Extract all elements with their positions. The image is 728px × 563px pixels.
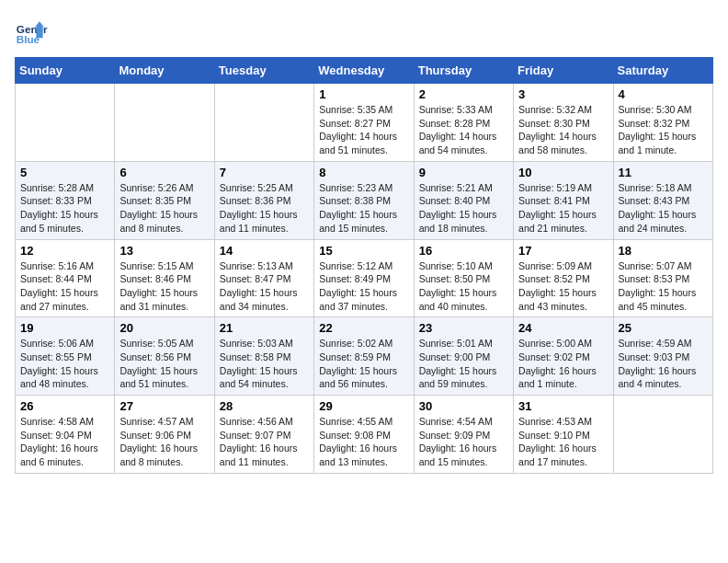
day-cell [115, 84, 214, 162]
day-cell: 4Sunrise: 5:30 AMSunset: 8:32 PMDaylight… [613, 84, 712, 162]
day-number: 19 [20, 321, 109, 335]
weekday-header-row: SundayMondayTuesdayWednesdayThursdayFrid… [16, 58, 713, 84]
day-cell: 1Sunrise: 5:35 AMSunset: 8:27 PMDaylight… [314, 84, 414, 162]
day-info: Sunrise: 4:59 AMSunset: 9:03 PMDaylight:… [619, 337, 708, 391]
day-cell: 8Sunrise: 5:23 AMSunset: 8:38 PMDaylight… [314, 161, 414, 239]
day-cell: 20Sunrise: 5:05 AMSunset: 8:56 PMDayligh… [115, 317, 214, 396]
day-info: Sunrise: 4:56 AMSunset: 9:07 PMDaylight:… [220, 415, 309, 469]
day-number: 9 [419, 166, 508, 179]
day-number: 14 [220, 244, 309, 258]
day-cell: 27Sunrise: 4:57 AMSunset: 9:06 PMDayligh… [115, 396, 214, 474]
day-number: 18 [619, 244, 708, 258]
week-row-2: 5Sunrise: 5:28 AMSunset: 8:33 PMDaylight… [16, 161, 713, 239]
day-number: 30 [419, 399, 508, 413]
day-number: 28 [220, 399, 309, 413]
day-cell: 6Sunrise: 5:26 AMSunset: 8:35 PMDaylight… [115, 161, 214, 239]
day-number: 13 [119, 244, 209, 258]
day-info: Sunrise: 5:33 AMSunset: 8:28 PMDaylight:… [419, 103, 508, 157]
logo: General Blue [15, 15, 48, 48]
day-number: 22 [319, 321, 408, 335]
day-info: Sunrise: 5:28 AMSunset: 8:33 PMDaylight:… [20, 181, 109, 236]
weekday-header-thursday: Thursday [414, 58, 513, 84]
day-info: Sunrise: 5:10 AMSunset: 8:50 PMDaylight:… [419, 259, 508, 314]
day-info: Sunrise: 4:54 AMSunset: 9:09 PMDaylight:… [419, 415, 508, 469]
week-row-1: 1Sunrise: 5:35 AMSunset: 8:27 PMDaylight… [16, 84, 713, 162]
day-info: Sunrise: 5:25 AMSunset: 8:36 PMDaylight:… [220, 181, 309, 236]
day-cell: 14Sunrise: 5:13 AMSunset: 8:47 PMDayligh… [214, 239, 313, 317]
day-info: Sunrise: 5:00 AMSunset: 9:02 PMDaylight:… [518, 337, 608, 391]
day-cell: 16Sunrise: 5:10 AMSunset: 8:50 PMDayligh… [414, 239, 513, 317]
day-info: Sunrise: 5:02 AMSunset: 8:59 PMDaylight:… [319, 337, 408, 391]
day-number: 15 [319, 244, 408, 258]
day-cell [16, 84, 115, 162]
day-number: 1 [319, 87, 408, 101]
day-cell: 26Sunrise: 4:58 AMSunset: 9:04 PMDayligh… [16, 396, 115, 474]
day-number: 24 [518, 321, 608, 335]
day-number: 23 [419, 321, 508, 335]
day-info: Sunrise: 5:05 AMSunset: 8:56 PMDaylight:… [119, 337, 209, 391]
day-number: 11 [619, 166, 708, 179]
day-info: Sunrise: 5:07 AMSunset: 8:53 PMDaylight:… [619, 259, 708, 314]
day-cell: 2Sunrise: 5:33 AMSunset: 8:28 PMDaylight… [414, 84, 513, 162]
day-info: Sunrise: 4:58 AMSunset: 9:04 PMDaylight:… [20, 415, 109, 469]
logo-icon: General Blue [15, 15, 48, 48]
day-info: Sunrise: 5:13 AMSunset: 8:47 PMDaylight:… [220, 259, 309, 314]
day-cell: 17Sunrise: 5:09 AMSunset: 8:52 PMDayligh… [514, 239, 613, 317]
day-cell: 10Sunrise: 5:19 AMSunset: 8:41 PMDayligh… [514, 161, 613, 239]
day-number: 27 [119, 399, 209, 413]
weekday-header-sunday: Sunday [16, 58, 115, 84]
day-info: Sunrise: 5:26 AMSunset: 8:35 PMDaylight:… [119, 181, 209, 236]
day-number: 17 [518, 244, 608, 258]
day-cell: 24Sunrise: 5:00 AMSunset: 9:02 PMDayligh… [514, 317, 613, 396]
day-cell: 22Sunrise: 5:02 AMSunset: 8:59 PMDayligh… [314, 317, 414, 396]
day-info: Sunrise: 5:18 AMSunset: 8:43 PMDaylight:… [619, 181, 708, 236]
day-number: 31 [518, 399, 608, 413]
day-cell: 19Sunrise: 5:06 AMSunset: 8:55 PMDayligh… [16, 317, 115, 396]
day-info: Sunrise: 5:16 AMSunset: 8:44 PMDaylight:… [20, 259, 109, 314]
day-cell: 5Sunrise: 5:28 AMSunset: 8:33 PMDaylight… [16, 161, 115, 239]
day-number: 4 [619, 87, 708, 101]
week-row-5: 26Sunrise: 4:58 AMSunset: 9:04 PMDayligh… [16, 396, 713, 474]
day-cell: 23Sunrise: 5:01 AMSunset: 9:00 PMDayligh… [414, 317, 513, 396]
day-number: 10 [518, 166, 608, 179]
day-info: Sunrise: 4:57 AMSunset: 9:06 PMDaylight:… [119, 415, 209, 469]
day-info: Sunrise: 5:06 AMSunset: 8:55 PMDaylight:… [20, 337, 109, 391]
day-info: Sunrise: 4:53 AMSunset: 9:10 PMDaylight:… [518, 415, 608, 469]
day-number: 8 [319, 166, 408, 179]
day-cell: 13Sunrise: 5:15 AMSunset: 8:46 PMDayligh… [115, 239, 214, 317]
day-cell: 25Sunrise: 4:59 AMSunset: 9:03 PMDayligh… [613, 317, 712, 396]
weekday-header-monday: Monday [115, 58, 214, 84]
day-cell [214, 84, 313, 162]
day-cell: 30Sunrise: 4:54 AMSunset: 9:09 PMDayligh… [414, 396, 513, 474]
day-info: Sunrise: 5:21 AMSunset: 8:40 PMDaylight:… [419, 181, 508, 236]
day-cell: 9Sunrise: 5:21 AMSunset: 8:40 PMDaylight… [414, 161, 513, 239]
day-number: 7 [220, 166, 309, 179]
day-number: 25 [619, 321, 708, 335]
week-row-4: 19Sunrise: 5:06 AMSunset: 8:55 PMDayligh… [16, 317, 713, 396]
weekday-header-tuesday: Tuesday [214, 58, 313, 84]
calendar-table: SundayMondayTuesdayWednesdayThursdayFrid… [15, 57, 713, 474]
day-number: 5 [20, 166, 109, 179]
weekday-header-wednesday: Wednesday [314, 58, 414, 84]
day-cell: 31Sunrise: 4:53 AMSunset: 9:10 PMDayligh… [514, 396, 613, 474]
day-number: 29 [319, 399, 408, 413]
day-cell [613, 396, 712, 474]
day-number: 12 [20, 244, 109, 258]
day-info: Sunrise: 5:15 AMSunset: 8:46 PMDaylight:… [119, 259, 209, 314]
day-cell: 21Sunrise: 5:03 AMSunset: 8:58 PMDayligh… [214, 317, 313, 396]
day-info: Sunrise: 5:30 AMSunset: 8:32 PMDaylight:… [619, 103, 708, 157]
day-info: Sunrise: 5:19 AMSunset: 8:41 PMDaylight:… [518, 181, 608, 236]
day-cell: 11Sunrise: 5:18 AMSunset: 8:43 PMDayligh… [613, 161, 712, 239]
day-number: 16 [419, 244, 508, 258]
day-info: Sunrise: 5:01 AMSunset: 9:00 PMDaylight:… [419, 337, 508, 391]
day-cell: 12Sunrise: 5:16 AMSunset: 8:44 PMDayligh… [16, 239, 115, 317]
day-info: Sunrise: 5:23 AMSunset: 8:38 PMDaylight:… [319, 181, 408, 236]
day-number: 21 [220, 321, 309, 335]
day-info: Sunrise: 5:09 AMSunset: 8:52 PMDaylight:… [518, 259, 608, 314]
day-number: 2 [419, 87, 508, 101]
day-cell: 15Sunrise: 5:12 AMSunset: 8:49 PMDayligh… [314, 239, 414, 317]
day-info: Sunrise: 5:12 AMSunset: 8:49 PMDaylight:… [319, 259, 408, 314]
day-cell: 29Sunrise: 4:55 AMSunset: 9:08 PMDayligh… [314, 396, 414, 474]
day-number: 3 [518, 87, 608, 101]
day-number: 6 [119, 166, 209, 179]
